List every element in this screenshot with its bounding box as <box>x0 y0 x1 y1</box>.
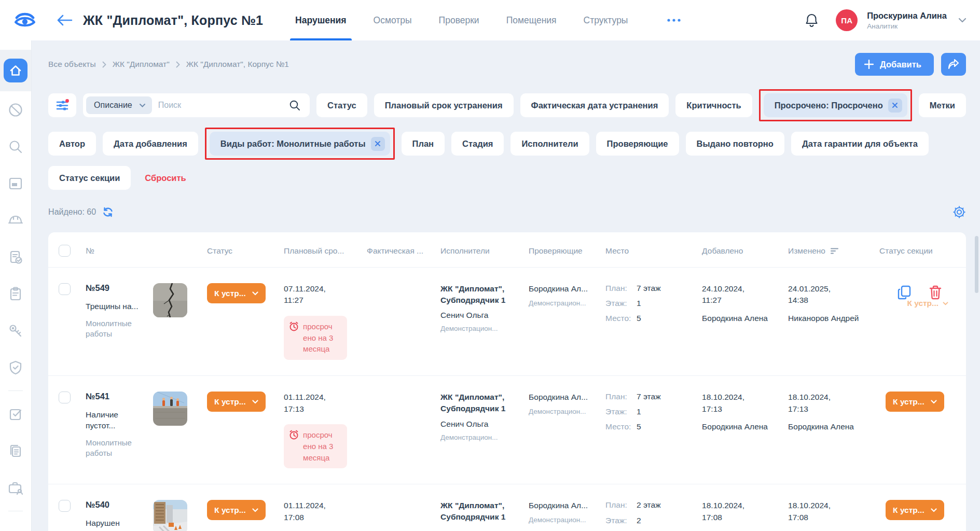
col-number[interactable]: № <box>77 245 145 257</box>
table-settings-gear-icon[interactable] <box>953 205 966 219</box>
filter-overdue-active[interactable]: Просрочено: Просрочено <box>764 93 907 117</box>
row-checkbox[interactable] <box>59 283 71 295</box>
filter-plan[interactable]: План <box>402 132 445 156</box>
topbar-right: ПА Проскурина Алина Аналитик <box>805 0 967 40</box>
table-row: №540 Нарушен шаг... К устр... <box>48 484 966 531</box>
scrollbar[interactable] <box>975 236 978 293</box>
violation-photo-workers[interactable] <box>153 392 187 426</box>
executor-person: Сенич Ольга <box>440 420 516 429</box>
chevron-down-icon <box>931 508 937 512</box>
violation-title[interactable]: Трещины на... <box>86 301 141 312</box>
violation-title[interactable]: Нарушен шаг... <box>86 518 141 531</box>
row-checkbox[interactable] <box>59 392 71 403</box>
filter-executors[interactable]: Исполнители <box>510 132 589 156</box>
violation-number[interactable]: №541 <box>86 392 141 401</box>
section-status-ghost-button[interactable]: К устр... <box>907 299 948 308</box>
filter-author[interactable]: Автор <box>48 132 96 156</box>
breadcrumb-complex[interactable]: ЖК "Дипломат" <box>113 60 170 69</box>
chevron-down-icon <box>943 302 948 305</box>
select-all-checkbox[interactable] <box>59 245 71 257</box>
tab-inspections[interactable]: Осмотры <box>374 0 412 40</box>
violation-number[interactable]: №540 <box>86 500 141 510</box>
filter-reviewers[interactable]: Проверяющие <box>596 132 679 156</box>
sidebar-item-access[interactable] <box>0 312 31 349</box>
section-status-button[interactable]: К устр... <box>886 392 944 412</box>
sidebar-item-approvals[interactable] <box>0 396 31 432</box>
violation-photo-crack[interactable] <box>153 283 187 317</box>
col-section-status[interactable]: Статус секции <box>871 245 966 257</box>
col-changed[interactable]: Изменено <box>780 245 871 257</box>
violation-number[interactable]: №549 <box>86 283 141 293</box>
sidebar-item-cards[interactable] <box>0 165 31 202</box>
search-field-selector[interactable]: Описание <box>86 96 152 114</box>
sidebar-item-contractors[interactable] <box>0 469 31 506</box>
tab-structures[interactable]: Структуры <box>584 0 628 40</box>
sidebar-item-home[interactable] <box>0 50 31 91</box>
filter-criticality[interactable]: Критичность <box>675 93 752 117</box>
violation-title[interactable]: Наличие пустот... <box>86 410 141 431</box>
col-actual[interactable]: Фактическая ... <box>358 245 432 257</box>
planned-date: 07.11.2024, 11:27 <box>284 283 346 306</box>
filter-section-status[interactable]: Статус секции <box>48 166 131 190</box>
col-photo <box>145 245 199 257</box>
sidebar-item-inspections[interactable] <box>0 239 31 275</box>
avatar[interactable]: ПА <box>836 9 858 31</box>
breadcrumb-all-objects[interactable]: Все объекты <box>48 60 96 69</box>
back-button[interactable] <box>57 0 73 40</box>
status-button[interactable]: К устр... <box>207 500 266 520</box>
app-logo-eye-icon[interactable] <box>10 0 39 40</box>
filter-date-added[interactable]: Дата добавления <box>103 132 198 156</box>
place-plan-label: План: <box>605 500 637 510</box>
results-count: Найдено: 60 <box>48 207 96 217</box>
sort-icon[interactable] <box>831 248 838 254</box>
col-reviewers[interactable]: Проверяющие <box>520 245 597 257</box>
add-button[interactable]: Добавить <box>855 53 934 76</box>
filter-stage[interactable]: Стадия <box>451 132 504 156</box>
remove-overdue-filter-icon[interactable] <box>888 99 902 113</box>
more-tabs-icon[interactable] <box>667 0 681 40</box>
status-button[interactable]: К устр... <box>207 283 266 303</box>
search-icon[interactable] <box>289 100 300 111</box>
col-executors[interactable]: Исполнители <box>432 245 520 257</box>
tab-checks[interactable]: Проверки <box>439 0 479 40</box>
user-menu-chevron-icon[interactable] <box>958 18 967 23</box>
filter-actual-date[interactable]: Фактическая дата устранения <box>520 93 669 117</box>
filter-reissued[interactable]: Выдано повторно <box>686 132 784 156</box>
sidebar-item-construction[interactable] <box>0 202 31 239</box>
sidebar-item-documents[interactable] <box>0 432 31 469</box>
refresh-icon[interactable] <box>102 206 114 218</box>
col-place[interactable]: Место <box>597 245 694 257</box>
tab-violations[interactable]: Нарушения <box>295 0 346 40</box>
row-checkbox[interactable] <box>59 500 71 512</box>
filter-planned-deadline[interactable]: Плановый срок устранения <box>374 93 514 117</box>
filter-status[interactable]: Статус <box>316 93 367 117</box>
violation-photo-construction-site[interactable] <box>153 500 187 531</box>
sidebar-item-tasks[interactable] <box>0 275 31 312</box>
filter-warranty-date[interactable]: Дата гарантии для объекта <box>791 132 929 156</box>
col-status[interactable]: Статус <box>199 245 275 257</box>
table-header-row: № Статус Плановый сро... Фактическая ...… <box>48 232 966 267</box>
tab-premises[interactable]: Помещения <box>506 0 557 40</box>
filter-settings-button[interactable] <box>48 93 76 117</box>
section-status-button[interactable]: К устр... <box>886 500 944 520</box>
reset-filters-button[interactable]: Сбросить <box>145 173 186 183</box>
filter-work-types-active[interactable]: Виды работ: Монолитные работы <box>210 132 390 156</box>
card-icon <box>8 176 23 191</box>
copy-icon[interactable] <box>898 285 911 300</box>
sidebar-item-search[interactable] <box>0 128 31 165</box>
place-spot-label: Место: <box>605 422 637 432</box>
user-menu[interactable]: Проскурина Алина Аналитик <box>867 11 947 30</box>
notifications-bell-icon[interactable] <box>805 13 818 27</box>
place-floor-label: Этаж: <box>605 407 637 417</box>
share-button[interactable] <box>941 53 966 76</box>
delete-icon[interactable] <box>929 285 942 300</box>
remove-work-types-filter-icon[interactable] <box>371 137 385 151</box>
filter-tags[interactable]: Метки <box>919 93 966 117</box>
col-added[interactable]: Добавлено <box>694 245 780 257</box>
search-input[interactable] <box>152 101 287 110</box>
col-planned[interactable]: Плановый сро... <box>275 245 358 257</box>
sidebar-item-restrictions[interactable] <box>0 91 31 128</box>
status-button[interactable]: К устр... <box>207 392 266 412</box>
sidebar-item-security[interactable] <box>0 349 31 386</box>
topbar: ЖК "Дипломат", Корпус №1 Нарушения Осмот… <box>0 0 980 40</box>
